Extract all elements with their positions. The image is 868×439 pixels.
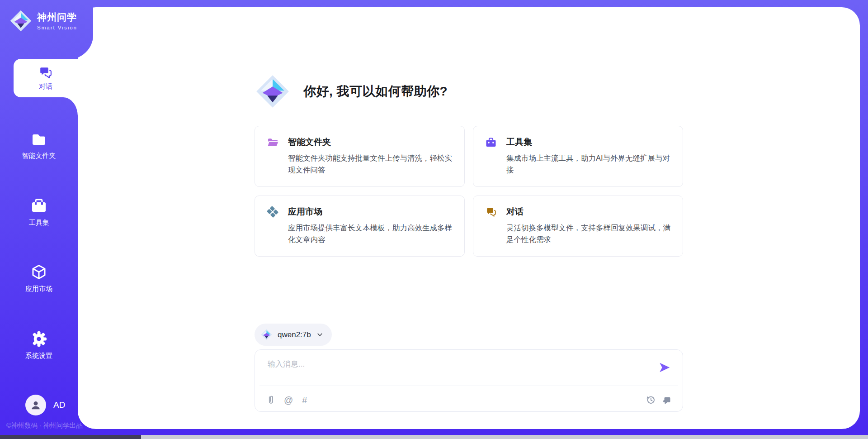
- sidebar-item-label: 系统设置: [25, 352, 52, 360]
- card-smart-folder[interactable]: 智能文件夹 智能文件夹功能支持批量文件上传与清洗，轻松实现文件问答: [255, 126, 465, 187]
- composer-tools-right: [646, 395, 672, 405]
- message-input-box: @ #: [255, 349, 683, 412]
- cube-icon: [30, 263, 47, 281]
- card-desc: 智能文件夹功能支持批量文件上传与清洗，轻松实现文件问答: [288, 152, 453, 176]
- gear-icon: [30, 330, 47, 348]
- card-app-market[interactable]: 应用市场 应用市场提供丰富长文本模板，助力高效生成多样化文章内容: [255, 196, 465, 257]
- sidebar-item-label: 对话: [39, 82, 52, 91]
- market-grid-icon: [267, 206, 278, 217]
- toolbox-icon: [30, 197, 47, 215]
- card-title: 对话: [506, 206, 671, 218]
- person-icon: [30, 399, 42, 411]
- message-input[interactable]: [268, 359, 648, 382]
- greeting: 你好, 我可以如何帮助你?: [255, 73, 448, 110]
- card-toolset[interactable]: 工具集 集成市场上主流工具，助力AI与外界无缝扩展与对接: [473, 126, 683, 187]
- brand-gem-icon: [255, 73, 291, 110]
- tab-corner-fillet: [63, 97, 78, 116]
- main-panel: 你好, 我可以如何帮助你? 智能文件夹 智能文件夹功能支持批量文件上传与清洗，轻…: [78, 7, 860, 429]
- chat-bubbles-icon: [485, 206, 497, 217]
- avatar: [25, 395, 46, 415]
- main-content: 你好, 我可以如何帮助你? 智能文件夹 智能文件夹功能支持批量文件上传与清洗，轻…: [255, 7, 683, 429]
- greeting-title: 你好, 我可以如何帮助你?: [303, 83, 448, 100]
- user-initials: AD: [53, 400, 65, 410]
- folder-open-icon: [267, 137, 278, 148]
- card-title: 智能文件夹: [288, 136, 453, 148]
- card-chat[interactable]: 对话 灵活切换多模型文件，支持多样回复效果调试，满足个性化需求: [473, 196, 683, 257]
- sidebar-item-chat[interactable]: 对话: [14, 59, 78, 97]
- sidebar-item-settings[interactable]: 系统设置: [0, 330, 78, 360]
- toolbox-icon: [485, 137, 497, 148]
- send-button[interactable]: [658, 361, 671, 374]
- brand-header: 神州问学 Smart Vision: [0, 0, 93, 60]
- card-desc: 应用市场提供丰富长文本模板，助力高效生成多样化文章内容: [288, 222, 453, 245]
- mention-icon[interactable]: @: [284, 396, 293, 405]
- scrollbar-thumb[interactable]: [0, 435, 141, 439]
- composer: qwen2:7b: [255, 324, 683, 412]
- brand-gem-icon: [260, 329, 273, 341]
- card-desc: 灵活切换多模型文件，支持多样回复效果调试，满足个性化需求: [506, 222, 671, 245]
- sidebar-item-toolset[interactable]: 工具集: [0, 197, 78, 227]
- brand-logo-icon: [9, 9, 33, 33]
- attach-file-icon[interactable]: [267, 395, 275, 405]
- app-root: 你好, 我可以如何帮助你? 智能文件夹 智能文件夹功能支持批量文件上传与清洗，轻…: [0, 0, 868, 439]
- sidebar-item-label: 智能文件夹: [22, 152, 56, 160]
- horizontal-scrollbar[interactable]: [0, 435, 868, 439]
- chat-bubbles-icon: [38, 65, 53, 80]
- brand-text: 神州问学 Smart Vision: [37, 9, 77, 30]
- sidebar-item-label: 工具集: [29, 219, 49, 227]
- history-icon[interactable]: [646, 395, 656, 405]
- sidebar-item-smart-folder[interactable]: 智能文件夹: [0, 130, 78, 160]
- sidebar-item-label: 应用市场: [25, 285, 52, 293]
- card-title: 工具集: [506, 136, 671, 148]
- user-profile[interactable]: AD: [25, 395, 65, 415]
- sidebar-item-app-market[interactable]: 应用市场: [0, 263, 78, 293]
- model-name: qwen2:7b: [278, 330, 311, 339]
- composer-tools-left: @ #: [267, 395, 307, 405]
- conversation-icon[interactable]: [663, 396, 672, 405]
- send-icon: [658, 361, 671, 374]
- hashtag-icon[interactable]: #: [302, 396, 307, 405]
- brand-subtitle: Smart Vision: [37, 25, 77, 30]
- card-title: 应用市场: [288, 206, 453, 218]
- model-selector[interactable]: qwen2:7b: [255, 324, 332, 346]
- folder-icon: [30, 130, 47, 148]
- footer-credit: ©神州数码 · 神州问学出品: [6, 421, 83, 430]
- card-desc: 集成市场上主流工具，助力AI与外界无缝扩展与对接: [506, 152, 671, 176]
- chevron-down-icon: [316, 331, 324, 339]
- brand-name: 神州问学: [37, 11, 77, 24]
- input-divider: [259, 386, 678, 386]
- feature-cards: 智能文件夹 智能文件夹功能支持批量文件上传与清洗，轻松实现文件问答 工具集 集成…: [255, 126, 683, 257]
